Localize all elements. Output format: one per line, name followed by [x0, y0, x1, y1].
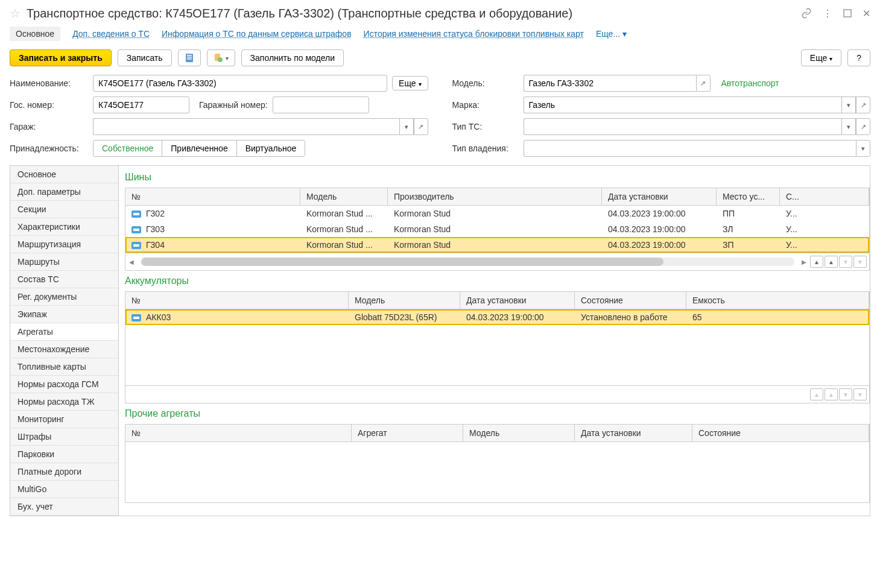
document-dropdown-button[interactable]: ▾ — [207, 49, 235, 66]
sidebar-item[interactable]: Рег. документы — [10, 288, 118, 306]
sidebar-item[interactable]: Парковки — [10, 446, 118, 463]
tires-col-install[interactable]: Дата установки — [602, 188, 717, 205]
tires-title: Шины — [125, 172, 870, 183]
nav-down-icon[interactable]: ▼ — [839, 256, 852, 268]
bat-nav-top-icon[interactable]: ▲ — [810, 388, 823, 400]
sidebar-item[interactable]: Агрегаты — [10, 323, 118, 341]
row-icon — [131, 226, 141, 233]
favorite-star-icon[interactable]: ☆ — [10, 6, 21, 21]
sidebar-item[interactable]: Бух. учет — [10, 498, 118, 516]
scroll-left-icon[interactable]: ◀ — [128, 259, 135, 265]
sidebar-item[interactable]: Характеристики — [10, 218, 118, 236]
maximize-icon[interactable] — [843, 9, 852, 17]
table-row[interactable]: АКК03Globatt 75D23L (65R)04.03.2023 19:0… — [125, 309, 869, 325]
table-row[interactable]: Г303Kormoran Stud ...Kormoran Stud04.03.… — [125, 221, 869, 237]
sidebar-item[interactable]: Топливные карты — [10, 358, 118, 376]
other-units-grid: № Агрегат Модель Дата установки Состояни… — [125, 424, 870, 503]
model-open-icon[interactable]: ↗ — [696, 75, 711, 92]
tab-fines-info[interactable]: Информация о ТС по данным сервиса штрафо… — [162, 29, 352, 39]
tires-col-num[interactable]: № — [125, 188, 300, 205]
sidebar-item[interactable]: Основное — [10, 166, 118, 183]
garage-num-input[interactable] — [273, 96, 369, 113]
type-open-icon[interactable]: ↗ — [856, 118, 870, 135]
ou-col-num[interactable]: № — [125, 425, 352, 441]
ownership-group: Собственное Привлеченное Виртуальное — [93, 140, 305, 157]
ou-col-install[interactable]: Дата установки — [575, 425, 692, 441]
ownership-virtual-button[interactable]: Виртуальное — [237, 141, 305, 156]
bat-nav-up-icon[interactable]: ▲ — [825, 388, 838, 400]
table-row[interactable]: Г304Kormoran Stud ...Kormoran Stud04.03.… — [125, 237, 869, 253]
sidebar-item[interactable]: Местонахождение — [10, 341, 118, 358]
name-more-button[interactable]: Еще ▾ — [392, 76, 428, 90]
tab-more[interactable]: Еще... ▾ — [596, 29, 627, 39]
brand-input[interactable] — [524, 96, 842, 113]
tab-main[interactable]: Основное — [10, 27, 60, 41]
sidebar-item[interactable]: Штрафы — [10, 428, 118, 446]
tab-additional[interactable]: Доп. сведения о ТС — [72, 29, 150, 39]
type-input[interactable] — [524, 118, 842, 135]
own-type-label: Тип владения: — [452, 144, 519, 153]
gosnum-input[interactable] — [93, 96, 189, 113]
sidebar-item[interactable]: Секции — [10, 201, 118, 218]
table-row[interactable]: Г302Kormoran Stud ...Kormoran Stud04.03.… — [125, 206, 869, 221]
own-type-input[interactable] — [524, 140, 856, 157]
garage-input[interactable] — [93, 118, 399, 135]
ownership-hired-button[interactable]: Привлеченное — [162, 141, 236, 156]
close-icon[interactable]: ✕ — [863, 8, 870, 19]
ou-col-unit[interactable]: Агрегат — [352, 425, 463, 441]
garage-open-icon[interactable]: ↗ — [414, 118, 428, 135]
nav-up-icon[interactable]: ▲ — [825, 256, 838, 268]
bat-col-install[interactable]: Дата установки — [460, 292, 575, 309]
sidebar-item[interactable]: Платные дороги — [10, 463, 118, 481]
type-dropdown-icon[interactable]: ▾ — [841, 118, 856, 135]
scroll-right-icon[interactable]: ▶ — [800, 259, 808, 265]
tab-block-history[interactable]: История изменения статуса блокировки топ… — [364, 29, 584, 39]
model-input[interactable] — [524, 75, 696, 92]
link-icon[interactable] — [801, 8, 812, 19]
sidebar-item[interactable]: Экипаж — [10, 306, 118, 323]
sidebar-item[interactable]: Нормы расхода ТЖ — [10, 393, 118, 411]
svg-rect-0 — [844, 10, 851, 17]
help-button[interactable]: ? — [847, 49, 870, 66]
other-units-title: Прочие агрегаты — [125, 408, 870, 419]
sidebar-item[interactable]: MultiGo — [10, 481, 118, 498]
report-button[interactable] — [178, 49, 201, 66]
tires-col-mfr[interactable]: Производитель — [388, 188, 602, 205]
ou-col-state[interactable]: Состояние — [692, 425, 869, 441]
tires-scrollbar[interactable] — [141, 258, 794, 266]
toolbar-more-button[interactable]: Еще ▾ — [801, 49, 841, 66]
sidebar-item[interactable]: Доп. параметры — [10, 183, 118, 201]
bat-nav-down-icon[interactable]: ▼ — [839, 388, 852, 400]
brand-dropdown-icon[interactable]: ▾ — [841, 96, 856, 113]
tires-col-model[interactable]: Модель — [300, 188, 388, 205]
fill-by-model-button[interactable]: Заполнить по модели — [241, 49, 344, 66]
save-close-button[interactable]: Записать и закрыть — [10, 49, 112, 66]
brand-open-icon[interactable]: ↗ — [856, 96, 870, 113]
sidebar-item[interactable]: Маршруты — [10, 253, 118, 271]
save-button[interactable]: Записать — [118, 49, 172, 66]
bat-col-state[interactable]: Состояние — [575, 292, 686, 309]
type-label: Тип ТС: — [452, 122, 519, 131]
toolbar: Записать и закрыть Записать ▾ Заполнить … — [10, 49, 870, 66]
tires-col-place[interactable]: Место ус... — [717, 188, 780, 205]
sidebar-item[interactable]: Состав ТС — [10, 271, 118, 288]
bat-nav-bottom-icon[interactable]: ▼ — [853, 388, 867, 400]
nav-top-icon[interactable]: ▲ — [810, 256, 823, 268]
bat-col-capacity[interactable]: Емкость — [686, 292, 869, 309]
name-input[interactable] — [93, 75, 387, 92]
sidebar-item[interactable]: Маршрутизация — [10, 236, 118, 253]
garage-dropdown-icon[interactable]: ▾ — [399, 118, 414, 135]
sidebar-item[interactable]: Мониторинг — [10, 411, 118, 428]
sidebar-item[interactable]: Нормы расхода ГСМ — [10, 376, 118, 393]
bat-col-num[interactable]: № — [125, 292, 349, 309]
own-type-dropdown-icon[interactable]: ▾ — [856, 140, 870, 157]
tires-col-state[interactable]: С... — [780, 188, 869, 205]
more-menu-icon[interactable]: ⋮ — [823, 8, 832, 19]
bat-col-model[interactable]: Модель — [349, 292, 460, 309]
model-label: Модель: — [452, 78, 519, 88]
name-label: Наименование: — [10, 78, 88, 88]
ou-col-model[interactable]: Модель — [463, 425, 575, 441]
nav-bottom-icon[interactable]: ▼ — [853, 256, 867, 268]
model-category-link[interactable]: Автотранспорт — [721, 78, 779, 88]
ownership-own-button[interactable]: Собственное — [93, 141, 162, 156]
